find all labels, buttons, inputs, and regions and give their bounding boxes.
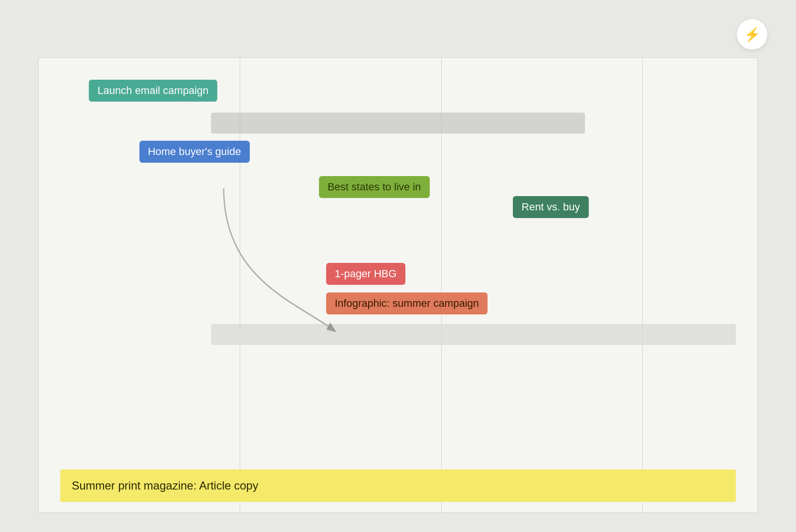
grey-bar-top <box>211 113 585 134</box>
grey-bar-bottom <box>211 324 736 345</box>
main-canvas: Launch email campaign Home buyer's guide… <box>38 57 758 513</box>
tag-best-states[interactable]: Best states to live in <box>319 176 430 198</box>
bolt-icon: ⚡ <box>744 27 761 42</box>
bolt-button[interactable]: ⚡ <box>737 19 767 50</box>
tag-summer-print[interactable]: Summer print magazine: Article copy <box>60 469 736 502</box>
tag-one-pager[interactable]: 1-pager HBG <box>326 263 405 285</box>
tag-launch-email[interactable]: Launch email campaign <box>89 80 217 102</box>
tag-infographic[interactable]: Infographic: summer campaign <box>326 292 488 314</box>
tag-home-buyers[interactable]: Home buyer's guide <box>139 141 250 163</box>
tag-rent-vs-buy[interactable]: Rent vs. buy <box>513 196 588 218</box>
grid-line-3 <box>642 58 643 512</box>
